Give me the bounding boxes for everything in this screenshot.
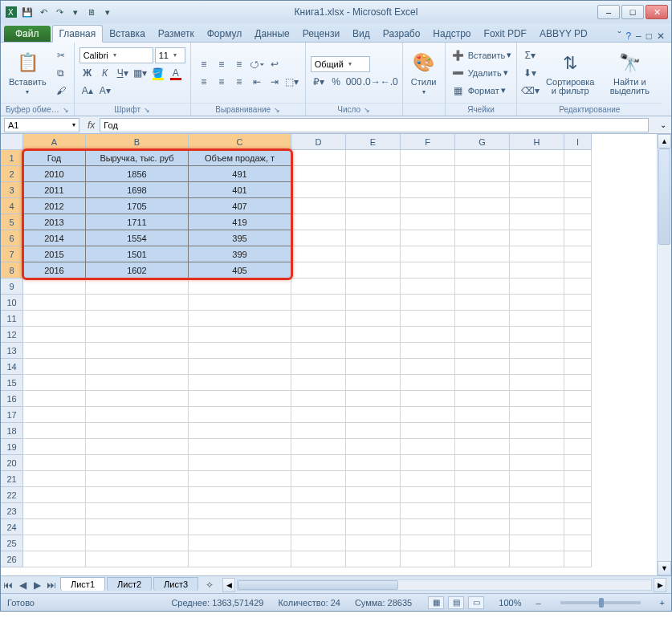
cell-G1[interactable] [455, 150, 510, 166]
cell-I6[interactable] [564, 230, 592, 246]
row-header-23[interactable]: 23 [1, 503, 23, 519]
row-header-22[interactable]: 22 [1, 487, 23, 503]
align-middle-icon[interactable]: ≡ [214, 56, 230, 72]
scroll-down-icon[interactable]: ▼ [658, 561, 671, 575]
cell-B8[interactable]: 1602 [86, 262, 189, 279]
cell-H20[interactable] [510, 455, 564, 471]
cell-G22[interactable] [455, 487, 510, 503]
select-all-corner[interactable] [1, 134, 23, 150]
formula-input[interactable]: Год [100, 118, 649, 132]
cell-H19[interactable] [510, 439, 564, 455]
cell-F22[interactable] [401, 487, 455, 503]
cell-I16[interactable] [564, 391, 592, 407]
cell-D25[interactable] [291, 535, 346, 551]
cell-D1[interactable] [291, 150, 346, 166]
cell-G10[interactable] [455, 295, 510, 311]
cell-H5[interactable] [510, 214, 564, 230]
cell-B11[interactable] [86, 311, 189, 327]
cell-E11[interactable] [346, 311, 401, 327]
cell-D24[interactable] [291, 519, 346, 535]
cell-H14[interactable] [510, 359, 564, 375]
cell-A7[interactable]: 2015 [23, 246, 86, 262]
cell-A2[interactable]: 2010 [23, 166, 86, 182]
cell-E15[interactable] [346, 375, 401, 391]
fx-icon[interactable]: fx [88, 120, 95, 131]
cell-F4[interactable] [401, 198, 455, 214]
cell-G19[interactable] [455, 439, 510, 455]
first-sheet-icon[interactable]: ⏮ [1, 578, 15, 592]
cell-D21[interactable] [291, 471, 346, 487]
row-header-13[interactable]: 13 [1, 343, 23, 359]
cell-I15[interactable] [564, 375, 592, 391]
cell-H26[interactable] [510, 551, 564, 567]
cell-G3[interactable] [455, 182, 510, 198]
column-header-H[interactable]: H [510, 134, 564, 150]
row-header-6[interactable]: 6 [1, 230, 23, 246]
cell-F24[interactable] [401, 519, 455, 535]
cell-A14[interactable] [23, 359, 86, 375]
cell-I9[interactable] [564, 279, 592, 295]
cell-E5[interactable] [346, 214, 401, 230]
cell-A15[interactable] [23, 375, 86, 391]
cell-A3[interactable]: 2011 [23, 182, 86, 198]
workbook-restore-icon[interactable]: □ [646, 30, 652, 42]
align-left-icon[interactable]: ≡ [196, 74, 212, 90]
tab-home[interactable]: Главная [52, 25, 104, 43]
cell-D4[interactable] [291, 198, 346, 214]
border-button[interactable]: ▦▾ [132, 65, 149, 81]
cell-E7[interactable] [346, 246, 401, 262]
zoom-level[interactable]: 100% [499, 598, 521, 608]
cell-F25[interactable] [401, 535, 455, 551]
fill-color-button[interactable]: 🪣 [150, 65, 166, 81]
cell-D17[interactable] [291, 407, 346, 423]
autosum-icon[interactable]: Σ▾ [522, 47, 538, 63]
sort-filter-button[interactable]: ⇅ Сортировка и фильтр [541, 49, 599, 97]
tab-insert[interactable]: Вставка [103, 26, 152, 42]
page-layout-view-icon[interactable]: ▤ [448, 596, 464, 609]
cell-F21[interactable] [401, 471, 455, 487]
scroll-thumb[interactable] [658, 148, 670, 245]
format-cells-button[interactable]: ▦Формат▾ [450, 83, 512, 99]
cell-I23[interactable] [564, 503, 592, 519]
cell-A23[interactable] [23, 503, 86, 519]
row-header-10[interactable]: 10 [1, 295, 23, 311]
cell-C2[interactable]: 491 [189, 166, 291, 182]
maximize-button[interactable]: □ [621, 5, 644, 19]
currency-icon[interactable]: ₽▾ [311, 74, 327, 90]
cell-B20[interactable] [86, 455, 189, 471]
decrease-decimal-icon[interactable]: ←.0 [381, 74, 397, 90]
cell-B23[interactable] [86, 503, 189, 519]
row-header-17[interactable]: 17 [1, 407, 23, 423]
page-break-view-icon[interactable]: ▭ [468, 596, 484, 609]
cell-C19[interactable] [189, 439, 291, 455]
cell-A16[interactable] [23, 391, 86, 407]
fill-icon[interactable]: ⬇▾ [522, 65, 538, 81]
sheet-tab-3[interactable]: Лист3 [153, 577, 198, 591]
cell-E1[interactable] [346, 150, 401, 166]
cell-B13[interactable] [86, 343, 189, 359]
cell-A5[interactable]: 2013 [23, 214, 86, 230]
vertical-scrollbar[interactable]: ▲ ▼ [657, 134, 671, 575]
cell-G18[interactable] [455, 423, 510, 439]
align-top-icon[interactable]: ≡ [196, 56, 212, 72]
decrease-indent-icon[interactable]: ⇤ [249, 74, 265, 90]
zoom-slider[interactable] [560, 601, 641, 604]
prev-sheet-icon[interactable]: ◀ [15, 578, 30, 592]
cell-B26[interactable] [86, 551, 189, 567]
cell-E20[interactable] [346, 455, 401, 471]
cell-I22[interactable] [564, 487, 592, 503]
percent-icon[interactable]: % [328, 74, 344, 90]
cell-H11[interactable] [510, 311, 564, 327]
cell-H7[interactable] [510, 246, 564, 262]
increase-font-icon[interactable]: A▴ [79, 83, 96, 99]
row-header-11[interactable]: 11 [1, 311, 23, 327]
cell-C8[interactable]: 405 [189, 262, 291, 279]
ribbon-minimize-icon[interactable]: ˇ [617, 30, 621, 42]
cell-F1[interactable] [401, 150, 455, 166]
cell-G9[interactable] [455, 279, 510, 295]
cell-H3[interactable] [510, 182, 564, 198]
cell-F12[interactable] [401, 327, 455, 343]
cut-icon[interactable]: ✂ [53, 47, 69, 63]
cell-E22[interactable] [346, 487, 401, 503]
tab-addins[interactable]: Надстро [426, 26, 477, 42]
